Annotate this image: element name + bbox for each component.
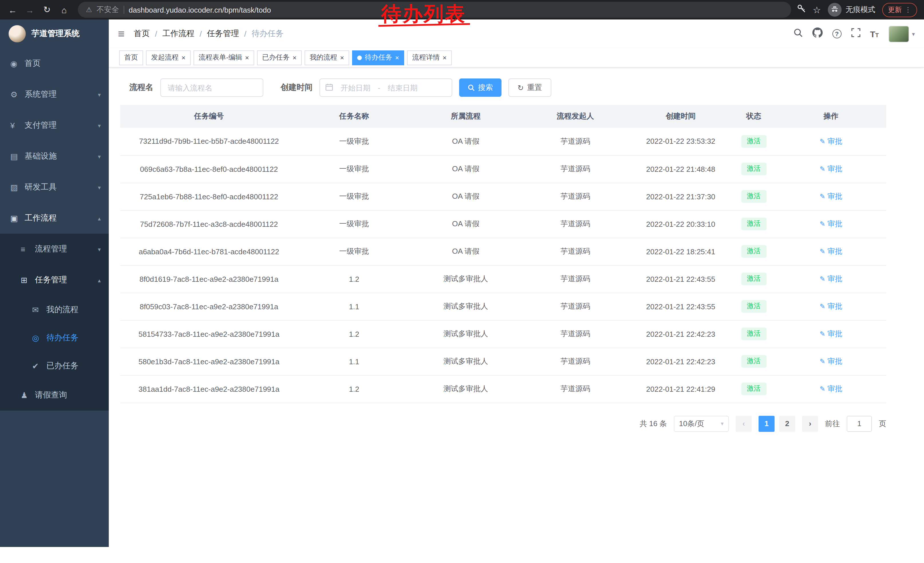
column-header: 状态 [732,105,776,128]
status-badge: 激活 [741,355,766,368]
column-header: 创建时间 [630,105,732,128]
sidebar-item-home[interactable]: ◉首页 [0,48,109,79]
tab-发起流程[interactable]: 发起流程× [146,50,190,65]
cell-created-time: 2022-01-21 22:41:29 [630,375,732,402]
approve-link[interactable]: ✎ 审批 [819,164,842,173]
page-button-1[interactable]: 1 [759,416,775,432]
page-button-2[interactable]: 2 [779,416,795,432]
approve-link[interactable]: ✎ 审批 [819,302,842,311]
tab-我的流程[interactable]: 我的流程× [304,50,349,65]
sidebar-item-payment[interactable]: ¥支付管理▾ [0,110,109,141]
approve-link[interactable]: ✎ 审批 [819,274,842,283]
caret-down-icon: ▾ [912,31,915,37]
edit-icon: ✎ [819,357,825,365]
user-avatar[interactable] [888,26,909,42]
help-icon[interactable]: ? [832,29,841,38]
sidebar-item-devtools[interactable]: ▨研发工具▾ [0,172,109,203]
breadcrumb-workflow[interactable]: 工作流程 [162,29,194,39]
update-button[interactable]: 更新 ⋮ [882,3,917,17]
sidebar-item-leave-query[interactable]: ♟请假查询 [0,380,109,411]
goto-label: 前往 [825,418,840,429]
date-range-picker[interactable]: - [320,78,452,97]
breadcrumb-task-mgmt[interactable]: 任务管理 [207,29,239,39]
approve-link[interactable]: ✎ 审批 [819,247,842,255]
search-button[interactable]: 搜索 [459,78,501,97]
gear-icon: ⚙ [10,90,25,99]
tab-首页[interactable]: 首页 [119,50,143,65]
approve-link[interactable]: ✎ 审批 [819,219,842,228]
process-name-input[interactable] [160,78,263,97]
page-size-value: 10条/页 [679,418,704,429]
github-icon[interactable] [812,27,822,40]
table-row: 069c6a63-7b8a-11ec-8ef0-acde48001122一级审批… [120,155,886,183]
sidebar-item-process-mgmt[interactable]: ≡流程管理▾ [0,234,109,264]
annotation-text: 待办列表 [381,1,466,26]
goto-suffix: 页 [879,418,886,429]
bookmark-star-icon[interactable]: ☆ [813,4,821,15]
cell-process: OA 请假 [411,238,521,265]
cell-process: OA 请假 [411,183,521,210]
warning-icon: ⚠ [86,6,92,14]
tab-流程详情[interactable]: 流程详情× [407,50,452,65]
font-size-icon[interactable]: TT [870,29,879,39]
close-icon[interactable]: × [395,54,399,61]
sidebar-item-system[interactable]: ⚙系统管理▾ [0,79,109,110]
reload-icon[interactable]: ↻ [39,2,55,18]
reset-button[interactable]: ↻ 重置 [508,78,551,97]
sidebar-item-my-process[interactable]: ✉我的流程 [0,296,109,324]
tab-label: 首页 [124,53,138,62]
edit-icon: ✎ [819,385,825,393]
search-button-label: 搜索 [478,83,493,93]
home-icon[interactable]: ⌂ [56,2,72,18]
fullscreen-icon[interactable] [851,28,860,39]
approve-link[interactable]: ✎ 审批 [819,137,842,146]
todo-task-table: 任务编号任务名称所属流程流程发起人创建时间状态操作 73211d9d-7b9b-… [120,105,886,403]
chevron-up-icon: ▴ [98,277,101,283]
breadcrumb-home[interactable]: 首页 [134,29,150,39]
close-icon[interactable]: × [292,54,297,61]
page-size-select[interactable]: 10条/页 ▾ [674,416,729,432]
address-divider [124,6,124,14]
tab-label: 流程详情 [412,53,440,62]
close-icon[interactable]: × [245,54,249,61]
key-icon[interactable] [796,4,806,15]
edit-icon: ✎ [819,165,825,173]
sidebar-item-workflow[interactable]: ▣工作流程▴ [0,203,109,234]
close-icon[interactable]: × [182,54,186,61]
sidebar-item-todo-task[interactable]: ◎待办任务 [0,324,109,352]
sidebar-item-task-mgmt[interactable]: ⊞任务管理▴ [0,264,109,296]
back-icon[interactable]: ← [4,2,21,18]
approve-link[interactable]: ✎ 审批 [819,384,842,393]
menu-dots-icon[interactable]: ⋮ [904,6,911,14]
cell-task-name: 一级审批 [298,155,411,183]
tab-已办任务[interactable]: 已办任务× [257,50,302,65]
cell-created-time: 2022-01-21 22:42:23 [630,320,732,348]
goto-page-input[interactable] [847,416,872,432]
close-icon[interactable]: × [442,54,447,61]
prev-page-button[interactable]: ‹ [736,416,752,432]
tab-流程表单-编辑[interactable]: 流程表单-编辑× [194,50,254,65]
status-badge: 激活 [741,273,766,285]
approve-link[interactable]: ✎ 审批 [819,357,842,365]
logo[interactable]: 芋道管理系统 [0,20,109,48]
cell-process: 测试多审批人 [411,265,521,293]
close-icon[interactable]: × [340,54,344,61]
briefcase-icon: ▣ [10,214,25,223]
forward-icon[interactable]: → [22,2,38,18]
user-menu[interactable]: ▾ [888,26,915,42]
check-icon: ✔ [32,361,46,370]
end-date-input[interactable] [383,83,423,92]
calendar-icon [325,83,333,93]
tab-待办任务[interactable]: 待办任务× [352,50,404,65]
search-icon[interactable] [793,28,802,39]
sidebar-item-done-task[interactable]: ✔已办任务 [0,352,109,380]
next-page-button[interactable]: › [802,416,818,432]
hamburger-icon[interactable]: ≡ [118,27,124,41]
approve-link[interactable]: ✎ 审批 [819,192,842,200]
approve-link[interactable]: ✎ 审批 [819,329,842,338]
sidebar-item-infrastructure[interactable]: ▤基础设施▾ [0,141,109,172]
tab-label: 我的流程 [310,53,337,62]
chevron-down-icon: ▾ [98,153,101,159]
start-date-input[interactable] [336,83,375,92]
column-header: 所属流程 [411,105,521,128]
